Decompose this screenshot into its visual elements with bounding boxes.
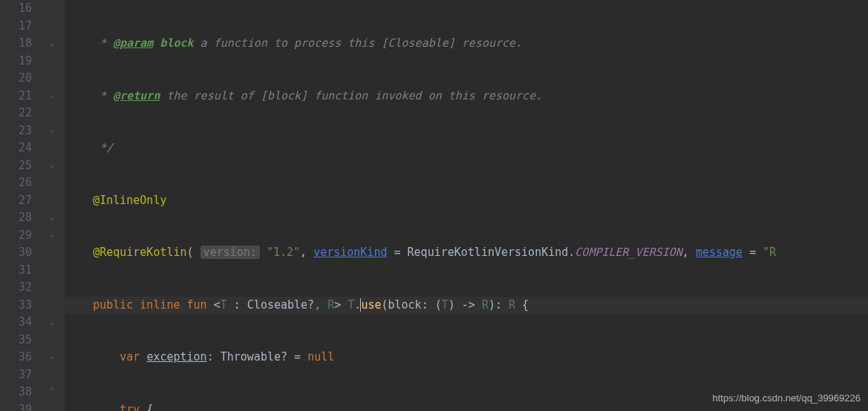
line-number-gutter: 16 17 18 19 20 21 22 23 24 25 26 27 28 2… [0, 0, 48, 411]
code-line[interactable]: */ [65, 139, 868, 157]
line-number: 23 [0, 122, 32, 140]
code-line[interactable]: @RequireKotlin( version: "1.2", versionK… [65, 244, 868, 262]
line-number: 39 [0, 401, 32, 412]
code-line[interactable]: * @return the result of [block] function… [65, 88, 868, 105]
line-number: 35 [0, 332, 32, 349]
line-number: 16 [0, 0, 32, 18]
fold-icon[interactable]: ⌄ [50, 230, 59, 239]
line-number: 28 [0, 209, 32, 227]
line-number: 38 [0, 384, 32, 401]
code-line[interactable]: @InlineOnly [65, 192, 868, 210]
fold-icon[interactable]: ⌄ [50, 352, 59, 361]
watermark: https://blog.csdn.net/qq_39969226 [713, 389, 861, 407]
fold-icon[interactable]: ⌄ [50, 91, 59, 99]
code-line-current[interactable]: public inline fun <T : Closeable?, R> T.… [65, 297, 868, 315]
fold-icon[interactable]: ⌄ [50, 125, 59, 134]
code-area[interactable]: * @param block a function to process thi… [65, 0, 868, 411]
fold-icon[interactable]: ⌄ [50, 160, 59, 169]
inlay-hint: version: [200, 246, 260, 259]
line-number: 24 [0, 139, 32, 157]
fold-icon[interactable]: ⌄ [50, 39, 59, 47]
line-number: 19 [0, 53, 32, 70]
code-editor[interactable]: 16 17 18 19 20 21 22 23 24 25 26 27 28 2… [0, 0, 868, 411]
line-number: 21 [0, 88, 32, 105]
line-number: 30 [0, 244, 32, 262]
line-number: 27 [0, 192, 32, 210]
line-number: 18 [0, 35, 32, 53]
code-line[interactable]: * @param block a function to process thi… [65, 35, 868, 53]
line-number: 22 [0, 105, 32, 122]
line-number: 33 [0, 297, 32, 315]
line-number: 29 [0, 227, 32, 245]
fold-icon[interactable]: ⌄ [50, 318, 59, 326]
line-number: 34 [0, 314, 32, 332]
line-number: 25 [0, 157, 32, 175]
code-line[interactable]: var exception: Throwable? = null [65, 349, 868, 366]
line-number: 36 [0, 349, 32, 366]
line-number: 17 [0, 18, 32, 36]
fold-column: ⌄ ⌄ ⌄ ⌄ ⌄ ⌄ ⌄ ⌄ ⌃ [48, 0, 65, 411]
line-number: 20 [0, 70, 32, 88]
line-number: 26 [0, 174, 32, 192]
line-number: 31 [0, 262, 32, 280]
fold-icon[interactable]: ⌃ [50, 387, 59, 395]
line-number: 32 [0, 279, 32, 297]
line-number: 37 [0, 366, 32, 384]
fold-icon[interactable]: ⌄ [50, 213, 59, 222]
